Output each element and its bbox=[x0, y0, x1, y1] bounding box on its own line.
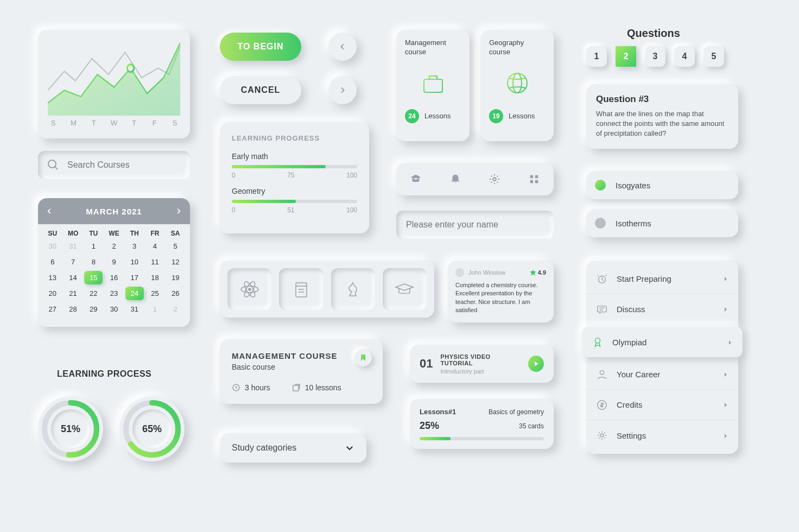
grad-cap-icon[interactable] bbox=[410, 173, 422, 185]
calendar-day[interactable]: 31 bbox=[125, 302, 144, 316]
calendar-day[interactable]: 9 bbox=[105, 255, 123, 269]
name-field[interactable] bbox=[396, 211, 554, 239]
chess-icon[interactable] bbox=[331, 268, 375, 310]
chevron-left-icon[interactable] bbox=[46, 207, 53, 215]
course-detail-card[interactable]: MANAGEMENT COURSE Basic course 3 hours 1… bbox=[220, 339, 383, 404]
calendar-day[interactable]: 14 bbox=[64, 271, 83, 284]
play-icon bbox=[534, 361, 539, 366]
calendar-day[interactable]: 11 bbox=[146, 255, 164, 269]
svg-line-2 bbox=[55, 167, 58, 169]
prev-button[interactable] bbox=[328, 33, 357, 61]
calendar-day[interactable]: 12 bbox=[166, 255, 185, 269]
calendar-day[interactable]: 10 bbox=[125, 255, 144, 269]
subject-icons bbox=[220, 261, 434, 318]
lesson-subject: Basics of geometry bbox=[489, 408, 544, 416]
calendar-day[interactable]: 27 bbox=[43, 302, 62, 316]
svg-point-0 bbox=[127, 65, 134, 72]
calendar-day[interactable]: 13 bbox=[43, 271, 62, 284]
review-text: Completed a chemistry course. Excellent … bbox=[455, 281, 546, 315]
calendar-day[interactable]: 8 bbox=[84, 255, 103, 269]
question-card: Question #3 What are the lines on the ma… bbox=[586, 84, 738, 149]
progress-item: Geometry 051100 bbox=[232, 187, 357, 214]
video-tutorial-card[interactable]: 01 PHYSICS VIDEO TUTORIAL Introductory p… bbox=[410, 345, 554, 383]
answer-option-1[interactable]: Isogyates bbox=[586, 171, 738, 199]
atom-icon[interactable] bbox=[227, 268, 271, 310]
bell-icon[interactable] bbox=[449, 173, 461, 185]
calendar-day[interactable]: 15 bbox=[84, 271, 103, 284]
calendar-day[interactable]: 6 bbox=[43, 255, 62, 269]
menu-item-settings[interactable]: Settings bbox=[586, 420, 738, 451]
chevron-right-icon[interactable] bbox=[175, 207, 182, 215]
progress-title: LEARNING PROGRESS bbox=[232, 134, 357, 142]
calendar-day[interactable]: 30 bbox=[105, 302, 123, 316]
calendar-day[interactable]: 25 bbox=[146, 287, 164, 300]
question-tab-5[interactable]: 5 bbox=[703, 46, 724, 67]
menu-item-your-career[interactable]: Your Career bbox=[586, 359, 738, 390]
lessons-icon bbox=[292, 383, 301, 392]
search-icon bbox=[47, 159, 60, 172]
chevron-left-icon bbox=[338, 42, 347, 51]
calendar-day[interactable]: 22 bbox=[84, 287, 103, 300]
lesson-progress-card[interactable]: Lessons#1Basics of geometry 25%35 cards bbox=[410, 399, 554, 449]
course-subtitle: Basic course bbox=[232, 363, 371, 371]
calendar-day[interactable]: 7 bbox=[64, 255, 83, 269]
review-card: John Winslow 4.9 Completed a chemistry c… bbox=[448, 261, 554, 322]
menu-item-olympiad[interactable]: Olympiad bbox=[582, 327, 743, 357]
calendar-day[interactable]: 3 bbox=[125, 239, 144, 253]
calendar-day[interactable]: 24 bbox=[125, 287, 144, 300]
answer-option-2[interactable]: Isotherms bbox=[586, 209, 738, 237]
grid-icon[interactable] bbox=[528, 173, 540, 185]
svg-rect-25 bbox=[530, 180, 533, 183]
course-card-geography[interactable]: Geography course 19Lessons bbox=[480, 30, 554, 141]
grad-cap-icon[interactable] bbox=[383, 268, 427, 310]
play-button[interactable] bbox=[528, 356, 544, 372]
weekly-chart-card: SMTWTFS bbox=[38, 30, 190, 138]
question-tab-3[interactable]: 3 bbox=[645, 46, 665, 67]
gear-icon[interactable] bbox=[489, 173, 500, 185]
calendar-header: MARCH 2021 bbox=[38, 198, 190, 224]
question-tab-2[interactable]: 2 bbox=[616, 46, 636, 67]
video-title: PHYSICS VIDEO TUTORIAL bbox=[440, 353, 521, 366]
calendar-day[interactable]: 23 bbox=[105, 287, 123, 300]
menu-item-start-preparing[interactable]: Start Preparing bbox=[586, 264, 738, 294]
study-categories-dropdown[interactable]: Study categories bbox=[220, 433, 366, 463]
calendar-day[interactable]: 17 bbox=[125, 271, 144, 284]
course-card-management[interactable]: Management course 24Lessons bbox=[396, 30, 470, 141]
name-input[interactable] bbox=[406, 220, 544, 230]
calendar-day[interactable]: 2 bbox=[105, 239, 123, 253]
sidebar-menu: Start PreparingDiscussOlympiadYour Caree… bbox=[586, 261, 738, 454]
user-icon bbox=[596, 369, 608, 381]
calendar-day[interactable]: 4 bbox=[146, 239, 164, 253]
book-icon[interactable] bbox=[279, 268, 323, 310]
calendar-day[interactable]: 26 bbox=[166, 287, 185, 300]
radio-unselected bbox=[595, 218, 606, 229]
calendar-day[interactable]: 19 bbox=[166, 271, 185, 284]
calendar-day[interactable]: 21 bbox=[64, 287, 83, 300]
toolbar bbox=[396, 163, 554, 195]
search-field[interactable] bbox=[38, 151, 190, 179]
chart-area bbox=[48, 40, 180, 116]
begin-button[interactable]: TO BEGIN bbox=[220, 33, 301, 61]
calendar-day[interactable]: 20 bbox=[43, 287, 62, 300]
bookmark-button[interactable] bbox=[354, 349, 372, 366]
lesson-title: Lessons#1 bbox=[420, 408, 456, 416]
medal-icon bbox=[592, 336, 604, 348]
calendar-day[interactable]: 29 bbox=[84, 302, 103, 316]
calendar-month: MARCH 2021 bbox=[86, 207, 142, 216]
calendar-day[interactable]: 1 bbox=[84, 239, 103, 253]
calendar-day[interactable]: 18 bbox=[146, 271, 164, 284]
menu-item-credits[interactable]: Credits bbox=[586, 390, 738, 420]
next-button[interactable] bbox=[328, 76, 357, 104]
questions-heading: Questions bbox=[627, 27, 680, 40]
calendar-day[interactable]: 16 bbox=[105, 271, 123, 284]
donut-1-value: 51% bbox=[51, 409, 90, 448]
calendar-day[interactable]: 5 bbox=[166, 239, 185, 253]
menu-item-discuss[interactable]: Discuss bbox=[586, 294, 738, 325]
search-input[interactable] bbox=[67, 160, 181, 170]
question-tab-1[interactable]: 1 bbox=[586, 46, 607, 67]
calendar-day[interactable]: 28 bbox=[64, 302, 83, 316]
video-subtitle: Introductory part bbox=[440, 368, 521, 375]
svg-point-22 bbox=[493, 178, 497, 181]
cancel-button[interactable]: CANCEL bbox=[220, 76, 301, 104]
question-tab-4[interactable]: 4 bbox=[674, 46, 695, 67]
